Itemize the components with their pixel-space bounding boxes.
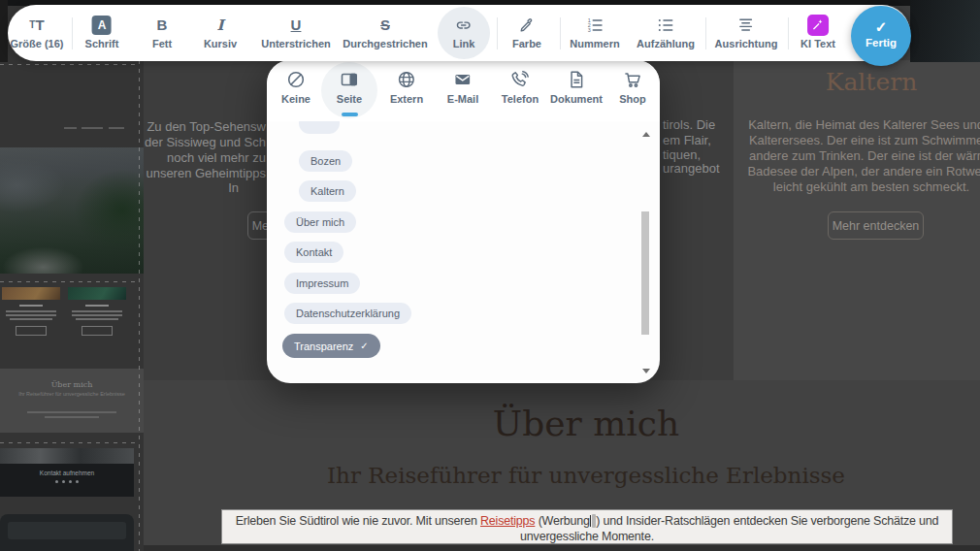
tab-label: E-Mail xyxy=(447,93,478,105)
editor-text: (Werbung xyxy=(535,514,589,528)
left-column-text-line: der Sissiweg und Sch xyxy=(145,135,266,150)
editor-text: Erleben Sie Südtirol wie nie zuvor. Mit … xyxy=(236,514,480,528)
preview-contact-photo xyxy=(0,448,134,464)
preview-hero-image xyxy=(0,147,144,274)
tab-dokument[interactable]: Dokument xyxy=(550,68,603,105)
page-pill[interactable]: Datenschutzerklärung xyxy=(284,303,411,324)
left-column-text-line: unseren Geheimtipps xyxy=(146,166,266,181)
numbered-list-button[interactable]: 123 Nummern xyxy=(570,14,619,49)
left-column-text-line: In xyxy=(228,180,239,196)
italic-button[interactable]: I Kursiv xyxy=(204,14,237,49)
bold-button[interactable]: B Fett xyxy=(152,14,172,49)
editor-text-line2: unvergessliche Momente. xyxy=(520,530,654,543)
none-icon xyxy=(281,68,310,91)
preview-about-title: Über mich xyxy=(0,380,144,389)
toolbar-divider xyxy=(705,17,706,49)
check-icon: ✓ xyxy=(360,340,368,351)
section-divider xyxy=(144,545,980,551)
preview-nav-item xyxy=(82,127,103,129)
toolbar-label: Fett xyxy=(152,38,172,49)
tab-label: Dokument xyxy=(550,93,603,105)
preview-nav-item xyxy=(109,127,124,129)
toolbar-label: Unterstrichen xyxy=(261,38,331,49)
kaltern-text-line: Kaltern, die Heimat des Kalterer Sees un… xyxy=(748,117,980,133)
reisetipps-link[interactable]: Reisetipps xyxy=(480,514,535,528)
link-button[interactable]: Link xyxy=(453,14,475,49)
scrollbar-thumb[interactable] xyxy=(641,211,649,335)
ki-text-button[interactable]: KI Text xyxy=(800,14,835,49)
font-family-icon: A xyxy=(85,14,119,36)
kaltern-text-line: leicht gekühlt am besten schmeckt. xyxy=(773,179,969,195)
toolbar-label: Ausrichtung xyxy=(715,38,778,49)
tab-label: Seite xyxy=(337,93,362,105)
editor-app: Zu den Top-Sehensw der Sissiweg und Sch … xyxy=(0,0,980,551)
text-editor-block[interactable]: Erleben Sie Südtirol wie nie zuvor. Mit … xyxy=(221,509,953,544)
tab-label: Keine xyxy=(281,93,310,105)
left-column-text-line: noch viel mehr zu xyxy=(167,150,266,166)
tab-telefon[interactable]: Telefon xyxy=(502,68,539,105)
color-button[interactable]: Farbe xyxy=(512,14,541,49)
kaltern-text-line: andere zum Trinken. Der eine ist der wär… xyxy=(749,148,980,164)
toolbar-label: Aufzählung xyxy=(637,38,695,49)
link-icon xyxy=(453,14,475,36)
scroll-down-icon[interactable] xyxy=(642,369,650,373)
tab-shop[interactable]: Shop xyxy=(619,68,646,105)
preview-contact-section: Kontakt aufnehmen xyxy=(0,448,134,497)
left-column-text-line: Zu den Top-Sehensw xyxy=(147,119,266,135)
preview-card-button xyxy=(82,326,113,336)
carousel-dots xyxy=(0,480,134,483)
tab-label: Shop xyxy=(619,93,646,105)
color-picker-icon xyxy=(512,14,541,36)
kaltern-text-line: Badesee der Alpen, der andere ein Rotwei… xyxy=(747,164,980,179)
toolbar-label: Link xyxy=(453,38,475,49)
preview-card-photo xyxy=(2,287,60,300)
preview-card-button xyxy=(16,326,47,336)
done-label: Fertig xyxy=(851,37,911,49)
page-icon xyxy=(337,68,362,91)
middle-column-text-line: tirols. Die xyxy=(663,117,715,133)
preview-about-subtitle: Ihr Reiseführer für unvergessliche Erleb… xyxy=(0,391,144,397)
font-family-button[interactable]: A Schrift xyxy=(85,14,119,49)
font-size-icon: TT xyxy=(10,14,63,36)
page-pill-selected[interactable]: Transparenz ✓ xyxy=(282,334,380,358)
preview-contact-label: Kontakt aufnehmen xyxy=(0,470,134,476)
page-pill[interactable]: Kontakt xyxy=(284,242,343,263)
tab-email[interactable]: E-Mail xyxy=(447,68,478,105)
tab-seite[interactable]: Seite xyxy=(337,68,362,105)
toolbar-label: Schrift xyxy=(85,38,119,49)
alignment-button[interactable]: Ausrichtung xyxy=(715,14,778,49)
text-format-toolbar: TT Größe (16) A Schrift B Fett I Kursiv … xyxy=(8,5,910,61)
kaltern-more-button[interactable]: Mehr entdecken xyxy=(828,211,924,240)
page-pill[interactable]: Bozen xyxy=(299,150,352,172)
toolbar-label: Größe (16) xyxy=(10,38,63,49)
preview-nav-item xyxy=(64,127,77,129)
popup-scrollbar[interactable] xyxy=(639,132,653,374)
toolbar-divider xyxy=(72,17,73,49)
toolbar-label: Kursiv xyxy=(204,38,237,49)
italic-icon: I xyxy=(204,14,237,36)
preview-about-section: Über mich Ihr Reiseführer für unvergessl… xyxy=(0,369,144,433)
kaltern-heading: Kaltern xyxy=(826,68,917,96)
section-dashed-border xyxy=(0,64,140,65)
middle-column-text-line: em Flair, xyxy=(663,133,711,148)
done-button[interactable]: ✓ Fertig xyxy=(851,6,911,66)
scroll-up-icon[interactable] xyxy=(642,132,650,137)
cart-icon xyxy=(619,68,646,91)
toolbar-label: Nummern xyxy=(570,38,619,49)
middle-column-text-line: urangebot xyxy=(663,161,720,177)
envelope-icon xyxy=(447,68,478,91)
link-popup: Bozen Kaltern Über mich Kontakt Impressu… xyxy=(267,60,660,383)
strikethrough-button[interactable]: S Durchgestrichen xyxy=(343,14,427,49)
underline-button[interactable]: U Unterstrichen xyxy=(261,14,331,49)
preview-card xyxy=(2,287,60,338)
page-preview-sidebar[interactable]: Über mich Ihr Reiseführer für unvergessl… xyxy=(0,0,144,551)
page-pill[interactable]: Über mich xyxy=(284,211,356,233)
tab-extern[interactable]: Extern xyxy=(390,68,423,105)
bullet-list-button[interactable]: Aufzählung xyxy=(637,14,695,49)
font-size-button[interactable]: TT Größe (16) xyxy=(10,14,63,49)
page-pill[interactable]: Kaltern xyxy=(299,180,356,202)
tab-keine[interactable]: Keine xyxy=(281,68,310,105)
preview-footer-section xyxy=(0,514,134,551)
page-pill[interactable]: Impressum xyxy=(284,273,360,294)
preview-footer-block xyxy=(8,522,126,539)
